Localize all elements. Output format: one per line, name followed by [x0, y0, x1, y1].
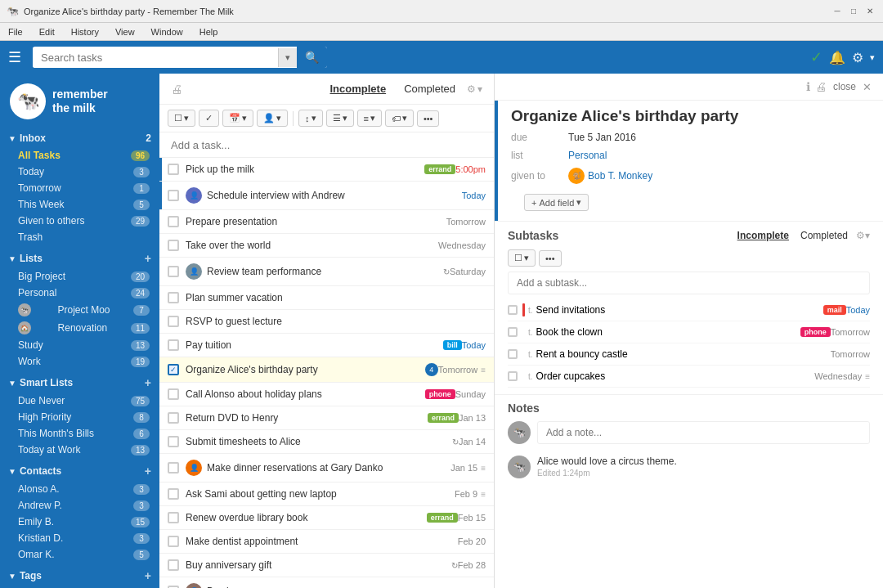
task-checkbox[interactable]: [168, 462, 179, 474]
search-button[interactable]: 🔍: [297, 47, 327, 68]
task-checkbox[interactable]: [168, 164, 179, 175]
task-checkbox[interactable]: [168, 412, 179, 424]
task-row[interactable]: 👤 Make dinner reservations at Gary Danko…: [159, 454, 494, 483]
contacts-header[interactable]: ▼ Contacts +: [0, 461, 159, 481]
inbox-header[interactable]: ▼ Inbox 2: [0, 129, 159, 147]
sidebar-item-project-moo[interactable]: 🐄 Project Moo 7: [0, 301, 159, 319]
subtasks-tab-incomplete[interactable]: Incomplete: [734, 228, 792, 243]
sidebar-item-this-week[interactable]: This Week 5: [0, 196, 159, 213]
task-row[interactable]: Buy anniversary gift ↻ Feb 28: [159, 554, 494, 577]
subtask-checkbox[interactable]: [508, 327, 518, 337]
sidebar-item-this-months-bills[interactable]: This Month's Bills 6: [0, 425, 159, 442]
lists-header[interactable]: ▼ Lists +: [0, 249, 159, 268]
tab-completed[interactable]: Completed: [397, 80, 462, 97]
smart-lists-add-icon[interactable]: +: [145, 376, 151, 389]
task-checkbox[interactable]: [168, 488, 179, 500]
subtask-row[interactable]: t. Send invitations mail Today: [508, 299, 870, 321]
task-row[interactable]: 👤 Review team performance ↻ Saturday: [159, 258, 494, 286]
task-checkbox[interactable]: [168, 512, 179, 523]
sidebar-item-trash[interactable]: Trash: [0, 229, 159, 245]
task-row[interactable]: RSVP to guest lecture: [159, 310, 494, 334]
task-checkbox[interactable]: [168, 559, 179, 571]
task-checkbox[interactable]: [168, 266, 179, 277]
task-row[interactable]: ✓ Organize Alice's birthday party 4 Tomo…: [159, 357, 494, 383]
task-row[interactable]: Pick up the milk errand 5:00pm: [159, 158, 494, 182]
more-action-btn[interactable]: •••: [417, 110, 440, 127]
postpone-action-btn[interactable]: 📅 ▾: [222, 110, 253, 127]
tab-incomplete[interactable]: Incomplete: [324, 80, 393, 97]
sidebar-item-high-priority[interactable]: High Priority 8: [0, 409, 159, 425]
task-checkbox[interactable]: [168, 292, 179, 303]
task-checkbox[interactable]: [168, 216, 179, 227]
assign-action-btn[interactable]: 👤 ▾: [257, 110, 288, 127]
maximize-button[interactable]: □: [847, 5, 860, 18]
subtask-row[interactable]: t. Rent a bouncy castle Tomorrow: [508, 343, 870, 366]
detail-close-label[interactable]: close: [833, 81, 856, 92]
sidebar-item-today-at-work[interactable]: Today at Work 13: [0, 442, 159, 458]
task-row[interactable]: 👤 Buy bananas: [159, 577, 494, 588]
lists-add-icon[interactable]: +: [145, 252, 151, 265]
subtasks-settings[interactable]: ⚙▾: [856, 230, 870, 241]
subtask-row[interactable]: t. Order cupcakes Wednesday ≡: [508, 366, 870, 388]
subtasks-tab-completed[interactable]: Completed: [797, 228, 851, 243]
task-checkbox[interactable]: [168, 339, 179, 351]
sidebar-item-omar[interactable]: Omar K. 5: [0, 546, 159, 563]
search-input[interactable]: [33, 47, 278, 68]
given-to-name[interactable]: Bob T. Monkey: [588, 170, 652, 182]
subtask-more-btn[interactable]: •••: [539, 250, 562, 267]
sidebar-item-emily[interactable]: Emily B. 15: [0, 514, 159, 530]
task-list-settings[interactable]: ⚙ ▾: [467, 83, 482, 95]
settings-icon[interactable]: ⚙: [852, 50, 863, 65]
task-row[interactable]: Take over the world Wednesday: [159, 234, 494, 258]
subtask-row[interactable]: t. Book the clown phone Tomorrow: [508, 321, 870, 343]
smart-lists-header[interactable]: ▼ Smart Lists +: [0, 373, 159, 393]
task-row[interactable]: Renew overdue library book errand Feb 15: [159, 506, 494, 530]
task-checkbox[interactable]: [168, 536, 179, 547]
task-checkbox[interactable]: [168, 190, 179, 201]
sidebar-item-kristian[interactable]: Kristian D. 3: [0, 530, 159, 546]
task-checkbox[interactable]: [168, 240, 179, 251]
sidebar-item-due-never[interactable]: Due Never 75: [0, 393, 159, 409]
tags-add-icon[interactable]: +: [145, 569, 151, 582]
complete-action-btn[interactable]: ✓: [199, 110, 219, 127]
add-note-input[interactable]: [537, 421, 870, 444]
subtask-select-btn[interactable]: ☐ ▾: [508, 249, 536, 267]
task-checkbox[interactable]: [168, 316, 179, 327]
info-icon[interactable]: ℹ: [806, 80, 810, 93]
close-button[interactable]: ✕: [863, 5, 876, 18]
sidebar-item-big-project[interactable]: Big Project 20: [0, 268, 159, 285]
detail-close-button[interactable]: ✕: [863, 81, 872, 93]
sidebar-item-study[interactable]: Study 13: [0, 337, 159, 353]
check-icon[interactable]: ✓: [810, 48, 822, 66]
group-action-btn[interactable]: ☰ ▾: [326, 110, 354, 127]
task-row[interactable]: Plan summer vacation: [159, 286, 494, 310]
sidebar-item-all-tasks[interactable]: All Tasks 96: [0, 147, 159, 164]
subtask-checkbox[interactable]: [508, 371, 518, 381]
add-task-input[interactable]: [171, 139, 482, 151]
settings-dropdown[interactable]: ▾: [870, 52, 875, 63]
sort-action-btn[interactable]: ↕ ▾: [298, 110, 323, 127]
print-icon[interactable]: 🖨: [171, 83, 182, 96]
task-row[interactable]: Submit timesheets to Alice ↻ Jan 14: [159, 430, 494, 454]
task-checkbox[interactable]: [168, 388, 179, 400]
sidebar-item-andrew[interactable]: Andrew P. 3: [0, 497, 159, 514]
select-action-btn[interactable]: ☐ ▾: [168, 110, 195, 127]
subtask-checkbox[interactable]: [508, 305, 518, 315]
tag-action-btn[interactable]: 🏷 ▾: [385, 110, 414, 127]
add-field-button[interactable]: + Add field ▾: [524, 194, 589, 211]
task-row[interactable]: Make dentist appointment Feb 20: [159, 530, 494, 554]
task-row[interactable]: Ask Sami about getting new laptop Feb 9 …: [159, 483, 494, 506]
bell-icon[interactable]: 🔔: [829, 50, 845, 65]
sidebar-item-alonso[interactable]: Alonso A. 3: [0, 481, 159, 497]
task-checkbox[interactable]: [168, 436, 179, 447]
task-row[interactable]: Return DVD to Henry errand Jan 13: [159, 406, 494, 430]
task-checkbox[interactable]: ✓: [168, 364, 179, 375]
task-row[interactable]: Prepare presentation Tomorrow: [159, 210, 494, 234]
list-view-btn[interactable]: ≡ ▾: [357, 110, 382, 127]
sidebar-item-renovation[interactable]: 🏠 Renovation 11: [0, 319, 159, 337]
search-dropdown-button[interactable]: ▾: [278, 48, 297, 67]
hamburger-icon[interactable]: ☰: [8, 48, 21, 66]
sidebar-item-work[interactable]: Work 19: [0, 353, 159, 370]
menu-edit[interactable]: Edit: [36, 25, 58, 38]
task-row[interactable]: Pay tuition bill Today: [159, 334, 494, 357]
